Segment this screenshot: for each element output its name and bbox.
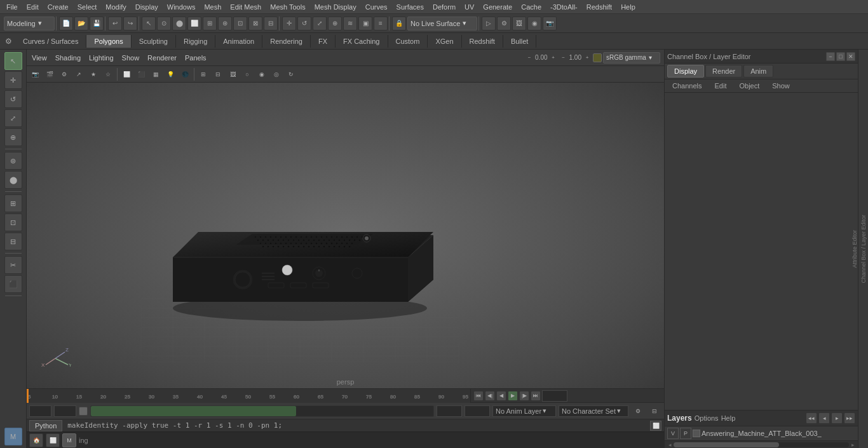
current-frame-field[interactable]: 1 [54, 405, 76, 417]
anim-layer-dropdown[interactable]: No Anim Layer▾ [492, 405, 556, 417]
menu-3dto-all[interactable]: -3DtoAll- [546, 2, 581, 12]
new-scene-btn[interactable]: 📄 [59, 17, 73, 31]
gamma-minus-btn[interactable]: − [559, 51, 568, 65]
menu-modify[interactable]: Modify [102, 2, 130, 12]
workspace-dropdown[interactable]: Modeling ▾ [4, 17, 55, 31]
vp-wireframe-btn[interactable]: ⬜ [119, 67, 133, 81]
redo-btn[interactable]: ↪ [123, 17, 137, 31]
history-btn[interactable]: ⊞ [4, 194, 22, 212]
step-fwd-btn[interactable]: |▶ [519, 391, 529, 401]
layers-nav-right[interactable]: ▸▸ [844, 412, 855, 424]
universal-manip-btn[interactable]: ⊕ [328, 17, 342, 31]
scroll-track[interactable] [674, 442, 849, 447]
open-scene-btn[interactable]: 📂 [74, 17, 88, 31]
character-set-dropdown[interactable]: No Character Set▾ [559, 405, 628, 417]
vp-image-plane-btn[interactable]: 🖼 [226, 67, 240, 81]
marquee-btn[interactable]: ⬜ [187, 17, 201, 31]
menu-deform[interactable]: Deform [429, 2, 459, 12]
render-btn[interactable]: ▷ [482, 17, 496, 31]
snap2-btn[interactable]: ⊠ [248, 17, 262, 31]
panel-minimize-btn[interactable]: − [826, 52, 835, 61]
taskbar-item-2[interactable]: ⬜ [46, 433, 60, 447]
viewport-3d[interactable]: Y Z X persp [27, 83, 664, 388]
tab-curves-surfaces[interactable]: Curves / Surfaces [15, 35, 86, 48]
tab-bullet[interactable]: Bullet [503, 35, 537, 48]
menu-generate[interactable]: Generate [479, 2, 516, 12]
menu-curves[interactable]: Curves [362, 2, 391, 12]
lasso-btn[interactable]: ⊙ [157, 17, 171, 31]
vp-smooth-btn[interactable]: ○ [240, 67, 254, 81]
channel-box-edge-label[interactable]: Channel Box / Layer Editor [859, 212, 868, 286]
measure-tool-btn[interactable]: ⊟ [4, 233, 22, 250]
paint-select-btn[interactable]: ⬤ [172, 17, 186, 31]
undo-btn[interactable]: ↩ [108, 17, 122, 31]
menu-mesh-tools[interactable]: Mesh Tools [266, 2, 309, 12]
tab-settings-btn[interactable]: ⚙ [1, 34, 15, 48]
layer-row-1[interactable]: V P Answering_Machine_ATT_Black_003_ [665, 426, 858, 440]
maya-logo-btn[interactable]: M [4, 428, 22, 445]
scroll-right-btn[interactable]: ▸ [849, 441, 857, 449]
menu-windows[interactable]: Windows [163, 2, 200, 12]
layers-scrollbar[interactable]: ◂ ▸ [665, 440, 858, 448]
snap3-btn[interactable]: ⊟ [264, 17, 278, 31]
tab-redshift[interactable]: Redshift [462, 35, 503, 48]
vp-camera-btn[interactable]: 📷 [28, 67, 42, 81]
menu-surfaces[interactable]: Surfaces [393, 2, 428, 12]
save-scene-btn[interactable]: 💾 [90, 17, 104, 31]
colorspace-dropdown[interactable]: sRGB gamma ▾ [603, 52, 660, 64]
tab-polygons[interactable]: Polygons [86, 35, 131, 48]
snap-btn[interactable]: ⊡ [4, 214, 22, 231]
range-start-field[interactable]: 1 [29, 405, 51, 417]
scale-tool-btn[interactable]: ⤢ [4, 109, 22, 127]
viewport-shading-menu[interactable]: Shading [51, 53, 85, 63]
rctab-edit[interactable]: Edit [709, 81, 731, 91]
vp-textured-btn[interactable]: ▦ [149, 67, 163, 81]
transform-tool-btn[interactable]: ✛ [4, 71, 22, 89]
viewport-view-menu[interactable]: View [28, 53, 51, 63]
ipr-btn[interactable]: ◉ [527, 17, 541, 31]
vp-cam-settings-btn[interactable]: ⚙ [57, 67, 71, 81]
menu-mesh[interactable]: Mesh [200, 2, 225, 12]
viewport-renderer-menu[interactable]: Renderer [144, 53, 180, 63]
exposure-minus-btn[interactable]: − [525, 51, 534, 65]
tab-fx-caching[interactable]: FX Caching [336, 35, 388, 48]
snapping-btn[interactable]: ⊡ [233, 17, 247, 31]
select-tool-btn[interactable]: ↖ [4, 52, 22, 70]
taskbar-item-1[interactable]: 🏠 [29, 433, 43, 447]
tab-fx[interactable]: FX [311, 35, 336, 48]
vp-lighting-btn[interactable]: 💡 [163, 67, 177, 81]
anim-settings-btn[interactable]: ⚙ [631, 404, 645, 418]
vp-shaded-btn[interactable]: ⬛ [134, 67, 148, 81]
command-line[interactable]: makeIdentity -apply true -t 1 -r 1 -s 1 … [65, 421, 648, 430]
anim-extra-btn[interactable]: ⊟ [648, 404, 661, 418]
status-expand-btn[interactable]: ⬜ [650, 421, 661, 431]
soft-select-tool-btn[interactable]: ⊛ [4, 152, 22, 170]
menu-select[interactable]: Select [74, 2, 101, 12]
vp-quality-btn[interactable]: ◎ [269, 67, 283, 81]
snap-mode-btn[interactable]: ≡ [374, 17, 388, 31]
menu-file[interactable]: File [3, 2, 22, 12]
layers-nav-next[interactable]: ▸ [831, 412, 843, 424]
live-toggle-btn[interactable]: 🔒 [392, 17, 406, 31]
attr-editor-edge-label[interactable]: Attribute Editor [850, 227, 859, 271]
menu-edit-mesh[interactable]: Edit Mesh [226, 2, 265, 12]
show-manip-btn[interactable]: ▣ [358, 17, 372, 31]
rotate-btn[interactable]: ↺ [297, 17, 311, 31]
cut-tool-btn[interactable]: ✂ [4, 256, 22, 274]
tab-animation[interactable]: Animation [215, 35, 262, 48]
select-all-btn[interactable]: ⊞ [203, 17, 217, 31]
current-frame-input[interactable]: 1 [542, 390, 567, 402]
rctab-channels[interactable]: Channels [667, 81, 707, 91]
gamma-plus-btn[interactable]: + [583, 51, 592, 65]
tab-sculpting[interactable]: Sculpting [132, 35, 176, 48]
layers-nav-left[interactable]: ◂◂ [806, 412, 817, 424]
right-tab-display[interactable]: Display [667, 65, 704, 78]
panel-maximize-btn[interactable]: □ [836, 52, 845, 61]
menu-edit[interactable]: Edit [23, 2, 43, 12]
playback-end-field[interactable]: 120 [437, 405, 462, 417]
animation-range-slider[interactable] [90, 405, 434, 417]
menu-redshift[interactable]: Redshift [583, 2, 616, 12]
go-to-end-btn[interactable]: ⏭ [531, 391, 541, 401]
vp-film-btn[interactable]: 🎬 [43, 67, 57, 81]
vp-hud-btn[interactable]: ⊟ [211, 67, 225, 81]
